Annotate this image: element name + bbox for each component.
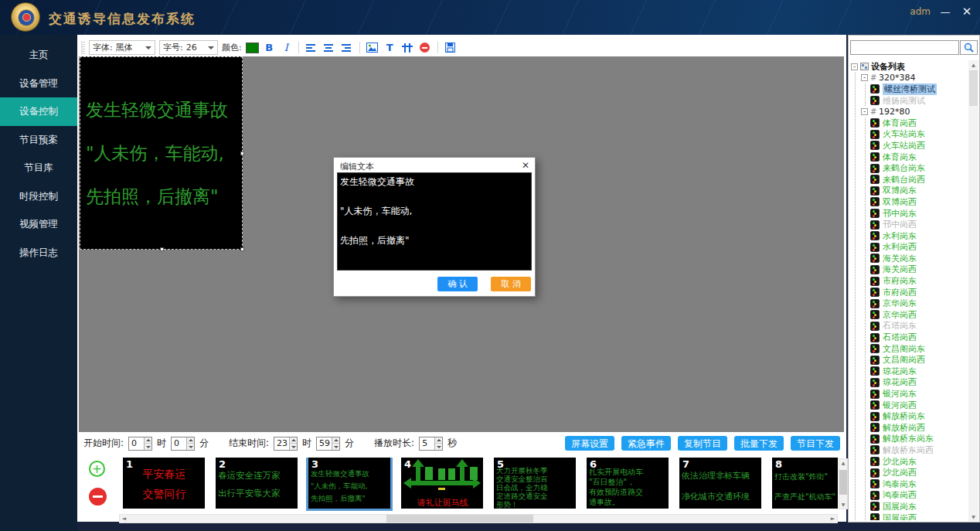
device-item[interactable]: 银河岗东 (870, 388, 968, 400)
search-button[interactable] (960, 40, 978, 55)
device-item[interactable]: 火车站岗西 (870, 140, 968, 151)
spinner[interactable] (144, 437, 151, 450)
cancel-button[interactable]: 取 消 (491, 277, 531, 291)
device-item[interactable]: 市府岗西 (870, 287, 968, 298)
sidebar-item-7[interactable]: 视频管理 (0, 210, 77, 239)
device-tree-root[interactable]: 设备列表 (851, 61, 968, 73)
align-right-icon[interactable] (340, 42, 354, 54)
duration-input[interactable]: 5 (419, 437, 443, 451)
add-program-button[interactable]: + (89, 461, 105, 477)
device-item[interactable]: 石塔岗西 (870, 332, 968, 343)
scroll-down-icon[interactable] (839, 501, 847, 509)
program-thumb-6[interactable]: 6扎实开展电动车"百日整治"，有效预防道路交通事故。 (587, 458, 669, 509)
bold-button[interactable]: B (263, 42, 276, 53)
scrollbar-thumb[interactable] (839, 470, 847, 495)
scroll-left-icon[interactable] (120, 515, 128, 522)
device-item[interactable]: 解放桥东岗东 (870, 434, 968, 445)
device-item[interactable]: 石塔岗东 (870, 321, 968, 332)
align-left-icon[interactable] (305, 42, 318, 54)
device-item[interactable]: 鸿泰岗东 (870, 478, 968, 490)
device-item[interactable]: 国展岗西 (870, 512, 968, 520)
program-thumb-4[interactable]: 4请礼让斑马线 (401, 458, 483, 509)
device-item[interactable]: 琼花岗东 (870, 366, 968, 377)
device-item[interactable]: 沙北岗西 (870, 467, 968, 478)
device-group-192x80[interactable]: #192*80 (861, 106, 968, 117)
program-thumb-1[interactable]: 1平安春运交警同行 (123, 458, 205, 509)
device-item[interactable]: 水利岗西 (870, 242, 968, 254)
program-thumb-7[interactable]: 7依法治理非标车辆净化城市交通环境 (679, 458, 761, 509)
scrollbar-thumb[interactable] (969, 70, 978, 106)
color-swatch[interactable] (246, 43, 259, 53)
device-item[interactable]: 螺丝湾桥测试 (870, 83, 968, 95)
device-item[interactable]: 体育岗东 (870, 151, 968, 163)
device-item[interactable]: 海关岗东 (870, 253, 968, 264)
emergency-event-button[interactable]: 紧急事件 (621, 436, 671, 451)
device-item[interactable]: 京华岗西 (870, 309, 968, 321)
dialog-close-icon[interactable]: ✕ (522, 160, 529, 171)
device-item[interactable]: 双博岗东 (870, 186, 968, 197)
image-icon[interactable] (366, 42, 379, 54)
device-item[interactable]: 维扬岗测试 (870, 95, 968, 107)
device-search-input[interactable] (850, 40, 959, 55)
device-tree-scrollbar[interactable] (968, 60, 978, 521)
user-menu[interactable]: adm (910, 6, 931, 17)
device-item[interactable]: 文昌阁岗西 (870, 354, 968, 366)
device-item[interactable]: 邗中岗东 (870, 208, 968, 220)
device-item[interactable]: 银河岗西 (870, 400, 968, 411)
start-hour-input[interactable]: 0 (128, 437, 152, 451)
program-send-button[interactable]: 节目下发 (791, 436, 840, 451)
program-thumb-3[interactable]: 3发生轻微交通事故"人未伤，车能动,先拍照，后撤离" (308, 458, 390, 509)
scroll-down-icon[interactable] (968, 512, 978, 521)
save-icon[interactable] (444, 42, 458, 54)
dialog-textarea[interactable]: 发生轻微交通事故 "人未伤，车能动, 先拍照，后撤离" (337, 172, 532, 271)
device-item[interactable]: 琼花岗西 (870, 377, 968, 389)
collapse-icon[interactable] (861, 108, 868, 115)
font-family-select[interactable]: 字体: 黑体 (89, 40, 155, 55)
device-item[interactable]: 解放桥岗东 (870, 410, 968, 422)
device-item[interactable]: 来鹤台岗西 (870, 174, 968, 186)
device-item[interactable]: 邗中岗西 (870, 219, 968, 230)
align-center-icon[interactable] (322, 42, 336, 54)
device-item[interactable]: 文昌阁岗东 (870, 343, 968, 355)
collapse-icon[interactable] (861, 74, 868, 81)
scrollbar-thumb[interactable] (386, 515, 533, 522)
sidebar-item-1[interactable]: 主页 (0, 41, 77, 70)
scroll-up-icon[interactable] (968, 60, 978, 69)
device-item[interactable]: 海关岗西 (870, 264, 968, 276)
device-item[interactable]: 解放桥岗西 (870, 422, 968, 434)
spinner[interactable] (332, 437, 339, 450)
device-item[interactable]: 国展岗东 (870, 501, 968, 512)
program-thumb-5[interactable]: 5大力开展秋冬季交通安全整治百日会战，全力稳定道路交通安全形势！ (494, 458, 576, 509)
device-group-320x384[interactable]: #320*384 (861, 73, 968, 84)
toolbar-grip[interactable] (81, 42, 85, 54)
scroll-right-icon[interactable] (829, 515, 837, 522)
sidebar-item-5[interactable]: 节目库 (0, 154, 77, 182)
device-item[interactable]: 水利岗东 (870, 230, 968, 242)
scroll-up-icon[interactable] (839, 459, 847, 467)
device-item[interactable]: 解放桥东岗西 (870, 444, 968, 456)
sidebar-item-3[interactable]: 设备控制 (0, 97, 77, 126)
resize-handle[interactable] (240, 151, 244, 155)
sidebar-item-2[interactable]: 设备管理 (0, 70, 77, 98)
spinner[interactable] (289, 437, 297, 450)
device-item[interactable]: 火车站岗东 (870, 129, 968, 141)
device-item[interactable]: 双博岗西 (870, 196, 968, 208)
font-size-select[interactable]: 字号: 26 (159, 40, 218, 55)
confirm-button[interactable]: 确 认 (437, 277, 478, 291)
end-minute-input[interactable]: 59 (316, 437, 340, 451)
sidebar-item-6[interactable]: 时段控制 (0, 182, 77, 211)
device-item[interactable]: 沙北岗东 (870, 456, 968, 468)
crop-icon[interactable] (400, 42, 414, 54)
collapse-icon[interactable] (851, 63, 858, 70)
spinner[interactable] (186, 437, 194, 450)
device-item[interactable]: 鸿泰岗西 (870, 490, 968, 502)
sidebar-item-8[interactable]: 操作日志 (0, 239, 77, 267)
device-item[interactable]: 市府岗东 (870, 275, 968, 287)
spinner[interactable] (434, 437, 442, 450)
device-item[interactable]: 京华岗东 (870, 298, 968, 309)
remove-program-button[interactable] (89, 488, 107, 505)
copy-program-button[interactable]: 复制节目 (678, 436, 727, 451)
vertical-scrollbar[interactable] (839, 458, 848, 509)
minimize-button[interactable]: — (938, 6, 952, 18)
start-minute-input[interactable]: 0 (171, 437, 195, 451)
